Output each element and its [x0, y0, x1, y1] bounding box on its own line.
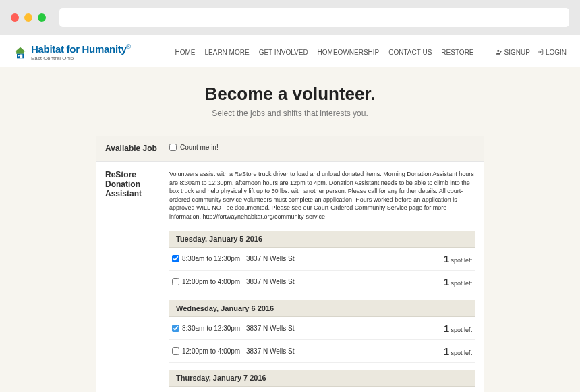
- page-title: Become a volunteer.: [13, 84, 567, 105]
- date-header: Thursday, January 7 2016: [169, 370, 475, 387]
- shift-checkbox[interactable]: [172, 278, 179, 285]
- site-header: Habitat for Humanity® East Central Ohio …: [0, 35, 580, 67]
- nav-home[interactable]: HOME: [175, 49, 196, 56]
- shift-spots: 1 spot left: [444, 345, 472, 357]
- available-job-row: Available Job Count me in!: [96, 136, 484, 162]
- shift-location: 3837 N Wells St: [246, 278, 327, 285]
- main-nav: HOME LEARN MORE GET INVOLVED HOMEOWNERSH…: [175, 49, 567, 57]
- shift-row: 8:30am to 12:30pm3837 N Wells St1 spot l…: [169, 387, 475, 392]
- job-details: Volunteers assist with a ReStore truck d…: [169, 170, 475, 392]
- page-subtitle: Select the jobs and shifts that interest…: [13, 109, 567, 118]
- svg-point-0: [18, 54, 20, 56]
- logo-sub-text: East Central Ohio: [31, 55, 131, 61]
- login-label: LOGIN: [546, 49, 567, 56]
- shift-spots: 1 spot left: [444, 253, 472, 264]
- shift-spots: 1 spot left: [444, 323, 472, 334]
- window-close-button[interactable]: [11, 13, 19, 22]
- nav-homeownership[interactable]: HOMEOWNERSHIP: [318, 49, 380, 56]
- browser-chrome: [0, 0, 580, 35]
- shift-row: 8:30am to 12:30pm3837 N Wells St1 spot l…: [169, 317, 475, 340]
- shift-location: 3837 N Wells St: [246, 325, 327, 332]
- dates-container: Tuesday, January 5 20168:30am to 12:30pm…: [169, 231, 475, 392]
- shift-checkbox[interactable]: [172, 255, 179, 262]
- nav-get-involved[interactable]: GET INVOLVED: [259, 49, 308, 56]
- date-header: Tuesday, January 5 2016: [169, 231, 475, 248]
- habitat-icon: [13, 46, 27, 59]
- login-icon: [537, 49, 544, 57]
- job-description: Volunteers assist with a ReStore truck d…: [169, 170, 475, 221]
- shift-time-label: 12:00pm to 4:00pm: [182, 347, 240, 355]
- shift-row: 8:30am to 12:30pm3837 N Wells St1 spot l…: [169, 248, 475, 271]
- date-header: Wednesday, January 6 2016: [169, 300, 475, 317]
- count-me-in-row[interactable]: Count me in!: [169, 144, 475, 151]
- job-section: ReStore Donation Assistant Volunteers as…: [96, 162, 484, 392]
- shift-row: 12:00pm to 4:00pm3837 N Wells St1 spot l…: [169, 271, 475, 293]
- window-maximize-button[interactable]: [38, 13, 46, 22]
- login-link[interactable]: LOGIN: [537, 49, 567, 57]
- nav-learn-more[interactable]: LEARN MORE: [205, 49, 250, 56]
- job-title: ReStore Donation Assistant: [105, 170, 169, 198]
- shift-checkbox[interactable]: [172, 347, 179, 355]
- count-me-in-label: Count me in!: [180, 144, 219, 151]
- window-minimize-button[interactable]: [24, 13, 32, 22]
- signup-link[interactable]: SIGNUP: [496, 49, 530, 57]
- nav-restore[interactable]: RESTORE: [441, 49, 473, 56]
- logo-reg: ®: [127, 43, 132, 50]
- shift-location: 3837 N Wells St: [246, 255, 327, 262]
- shift-checkbox[interactable]: [172, 325, 179, 332]
- svg-point-2: [497, 49, 499, 51]
- svg-rect-1: [20, 54, 22, 58]
- content-area: Become a volunteer. Select the jobs and …: [0, 67, 580, 392]
- user-plus-icon: [496, 49, 502, 57]
- shift-row: 12:00pm to 4:00pm3837 N Wells St1 spot l…: [169, 340, 475, 363]
- signup-label: SIGNUP: [504, 49, 530, 56]
- jobs-panel: Available Job Count me in! ReStore Donat…: [96, 136, 484, 392]
- logo[interactable]: Habitat for Humanity® East Central Ohio: [13, 43, 131, 61]
- count-me-in-checkbox[interactable]: [169, 144, 177, 151]
- shift-time-label: 12:00pm to 4:00pm: [182, 278, 240, 285]
- shift-spots: 1 spot left: [444, 276, 472, 287]
- logo-main-text: Habitat for Humanity: [31, 43, 127, 55]
- nav-contact-us[interactable]: CONTACT US: [388, 49, 432, 56]
- hero: Become a volunteer. Select the jobs and …: [0, 67, 580, 136]
- shift-time-label: 8:30am to 12:30pm: [182, 255, 240, 262]
- shift-time-label: 8:30am to 12:30pm: [182, 325, 240, 332]
- shift-location: 3837 N Wells St: [246, 347, 327, 355]
- url-bar[interactable]: [59, 8, 569, 27]
- available-job-title: Available Job: [105, 144, 169, 153]
